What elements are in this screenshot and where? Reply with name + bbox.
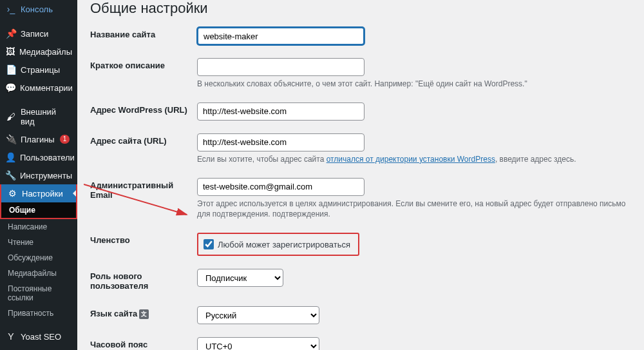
- site-url-input[interactable]: [197, 133, 365, 151]
- sidebar-collapse[interactable]: ◀Свернуть меню: [0, 345, 77, 350]
- active-arrow-icon: [73, 190, 76, 197]
- sidebar-item-appearance[interactable]: 🖌Внешний вид: [0, 103, 77, 130]
- membership-highlight: Любой может зарегистрироваться: [197, 233, 359, 256]
- label-adminemail: Административный Email: [90, 171, 197, 227]
- comment-icon: 💬: [5, 83, 16, 93]
- sidebar-item-pages[interactable]: 📄Страницы: [0, 61, 77, 79]
- sub-privacy[interactable]: Приватность: [0, 306, 77, 321]
- siteurl-desc: Если вы хотите, чтобы адрес сайта отлича…: [197, 154, 631, 165]
- plug-icon: 🔌: [5, 134, 17, 144]
- sub-discussion[interactable]: Обсуждение: [0, 250, 77, 266]
- plugin-badge: 1: [60, 135, 70, 144]
- label-membership: Членство: [90, 226, 197, 262]
- sub-permalinks[interactable]: Постоянные ссылки: [0, 281, 77, 306]
- membership-checkbox[interactable]: [204, 239, 214, 249]
- label-sitename: Название сайта: [90, 21, 197, 52]
- wp-url-input[interactable]: [197, 102, 365, 121]
- site-name-input[interactable]: [197, 27, 365, 45]
- sub-reading[interactable]: Чтение: [0, 235, 77, 250]
- yoast-icon: Y: [5, 331, 17, 342]
- siteurl-link[interactable]: отличался от директории установки WordPr…: [327, 155, 495, 164]
- sidebar-item-media[interactable]: 🖼Медиафайлы: [0, 43, 77, 61]
- sidebar-item-comments[interactable]: 💬Комментарии: [0, 79, 77, 97]
- sidebar-item-settings[interactable]: ⚙Настройки: [1, 184, 76, 202]
- tagline-input[interactable]: [197, 58, 365, 76]
- dashboard-icon: ›_: [5, 4, 17, 14]
- sidebar-item-plugins[interactable]: 🔌Плагины1: [0, 130, 77, 148]
- label-lang: Язык сайта文: [90, 300, 197, 331]
- settings-highlight: ⚙Настройки Общие: [0, 184, 77, 219]
- wrench-icon: 🔧: [5, 170, 16, 180]
- label-tagline: Краткое описание: [90, 52, 197, 96]
- label-tz: Часовой пояс: [90, 331, 197, 350]
- tagline-desc: В нескольких словах объясните, о чем это…: [197, 79, 631, 90]
- adminemail-desc: Этот адрес используется в целях админист…: [197, 199, 631, 220]
- admin-sidebar: ›_Консоль 📌Записи 🖼Медиафайлы 📄Страницы …: [0, 0, 77, 350]
- sub-general[interactable]: Общие: [1, 202, 76, 218]
- sub-writing[interactable]: Написание: [0, 219, 77, 235]
- page-title: Общие настройки: [90, 0, 631, 17]
- membership-chk-label: Любой может зарегистрироваться: [218, 240, 350, 249]
- media-icon: 🖼: [5, 46, 15, 57]
- label-role: Роль нового пользователя: [90, 262, 197, 300]
- user-icon: 👤: [5, 152, 16, 162]
- sidebar-item-dashboard[interactable]: ›_Консоль: [0, 0, 77, 18]
- sub-media[interactable]: Медиафайлы: [0, 266, 77, 281]
- role-select[interactable]: Подписчик: [197, 269, 283, 287]
- admin-email-input[interactable]: [197, 178, 365, 196]
- lang-select[interactable]: Русский: [197, 306, 319, 324]
- page-icon: 📄: [5, 64, 17, 75]
- gear-icon: ⚙: [6, 188, 18, 199]
- label-wpurl: Адрес WordPress (URL): [90, 96, 197, 127]
- sidebar-item-posts[interactable]: 📌Записи: [0, 24, 77, 43]
- label-siteurl: Адрес сайта (URL): [90, 127, 197, 171]
- sidebar-item-users[interactable]: 👤Пользователи: [0, 148, 77, 166]
- sidebar-item-tools[interactable]: 🔧Инструменты: [0, 166, 77, 184]
- brush-icon: 🖌: [5, 112, 17, 122]
- main-content: Общие настройки Название сайта Краткое о…: [77, 0, 644, 350]
- tz-select[interactable]: UTC+0: [197, 337, 319, 350]
- pin-icon: 📌: [5, 28, 17, 39]
- translate-icon: 文: [139, 309, 149, 319]
- sidebar-item-yoast[interactable]: YYoast SEO: [0, 327, 77, 345]
